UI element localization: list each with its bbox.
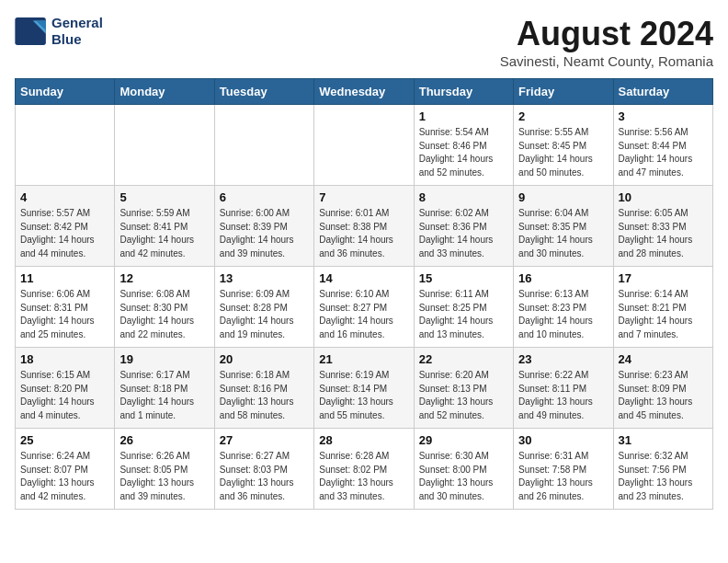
day-detail: Sunrise: 6:17 AM Sunset: 8:18 PM Dayligh… bbox=[119, 369, 209, 422]
calendar-cell: 27Sunrise: 6:27 AM Sunset: 8:03 PM Dayli… bbox=[214, 429, 313, 510]
header-saturday: Saturday bbox=[613, 79, 712, 105]
day-number: 3 bbox=[619, 109, 708, 123]
calendar-cell: 11Sunrise: 6:06 AM Sunset: 8:31 PM Dayli… bbox=[16, 267, 115, 348]
calendar-cell: 19Sunrise: 6:17 AM Sunset: 8:18 PM Dayli… bbox=[115, 348, 214, 429]
calendar-cell: 29Sunrise: 6:30 AM Sunset: 8:00 PM Dayli… bbox=[414, 429, 513, 510]
day-detail: Sunrise: 6:32 AM Sunset: 7:56 PM Dayligh… bbox=[619, 450, 708, 503]
day-number: 14 bbox=[319, 271, 408, 285]
day-detail: Sunrise: 6:19 AM Sunset: 8:14 PM Dayligh… bbox=[319, 369, 408, 422]
day-number: 5 bbox=[119, 190, 209, 204]
day-detail: Sunrise: 6:00 AM Sunset: 8:39 PM Dayligh… bbox=[220, 207, 309, 260]
day-number: 27 bbox=[220, 433, 309, 447]
day-number: 23 bbox=[518, 352, 608, 366]
day-detail: Sunrise: 6:09 AM Sunset: 8:28 PM Dayligh… bbox=[220, 288, 309, 341]
calendar-cell bbox=[314, 105, 414, 186]
calendar-cell: 3Sunrise: 5:56 AM Sunset: 8:44 PM Daylig… bbox=[613, 105, 712, 186]
day-number: 4 bbox=[20, 190, 109, 204]
day-detail: Sunrise: 6:08 AM Sunset: 8:30 PM Dayligh… bbox=[119, 288, 209, 341]
day-number: 19 bbox=[119, 352, 209, 366]
day-number: 1 bbox=[419, 109, 508, 123]
week-row-1: 1Sunrise: 5:54 AM Sunset: 8:46 PM Daylig… bbox=[16, 105, 713, 186]
day-detail: Sunrise: 6:10 AM Sunset: 8:27 PM Dayligh… bbox=[319, 288, 408, 341]
day-number: 30 bbox=[518, 433, 608, 447]
day-number: 28 bbox=[319, 433, 408, 447]
header-wednesday: Wednesday bbox=[314, 79, 414, 105]
week-row-5: 25Sunrise: 6:24 AM Sunset: 8:07 PM Dayli… bbox=[16, 429, 713, 510]
calendar-cell: 31Sunrise: 6:32 AM Sunset: 7:56 PM Dayli… bbox=[613, 429, 712, 510]
day-detail: Sunrise: 6:27 AM Sunset: 8:03 PM Dayligh… bbox=[220, 450, 309, 503]
day-detail: Sunrise: 6:11 AM Sunset: 8:25 PM Dayligh… bbox=[419, 288, 508, 341]
calendar-cell: 15Sunrise: 6:11 AM Sunset: 8:25 PM Dayli… bbox=[414, 267, 513, 348]
day-number: 2 bbox=[518, 109, 608, 123]
header-thursday: Thursday bbox=[414, 79, 513, 105]
day-detail: Sunrise: 6:23 AM Sunset: 8:09 PM Dayligh… bbox=[619, 369, 708, 422]
day-number: 15 bbox=[419, 271, 508, 285]
day-number: 31 bbox=[619, 433, 708, 447]
day-detail: Sunrise: 6:15 AM Sunset: 8:20 PM Dayligh… bbox=[20, 369, 109, 422]
calendar-cell: 14Sunrise: 6:10 AM Sunset: 8:27 PM Dayli… bbox=[314, 267, 414, 348]
week-row-4: 18Sunrise: 6:15 AM Sunset: 8:20 PM Dayli… bbox=[16, 348, 713, 429]
day-number: 7 bbox=[319, 190, 408, 204]
day-number: 11 bbox=[20, 271, 109, 285]
logo: General Blue bbox=[15, 15, 103, 48]
calendar-cell: 6Sunrise: 6:00 AM Sunset: 8:39 PM Daylig… bbox=[214, 186, 313, 267]
calendar-table: SundayMondayTuesdayWednesdayThursdayFrid… bbox=[15, 78, 713, 510]
calendar-cell: 20Sunrise: 6:18 AM Sunset: 8:16 PM Dayli… bbox=[214, 348, 313, 429]
location-subtitle: Savinesti, Neamt County, Romania bbox=[500, 53, 713, 69]
day-number: 22 bbox=[419, 352, 508, 366]
day-number: 20 bbox=[220, 352, 309, 366]
calendar-cell: 26Sunrise: 6:26 AM Sunset: 8:05 PM Dayli… bbox=[115, 429, 214, 510]
weekday-header-row: SundayMondayTuesdayWednesdayThursdayFrid… bbox=[16, 79, 713, 105]
calendar-cell: 2Sunrise: 5:55 AM Sunset: 8:45 PM Daylig… bbox=[514, 105, 613, 186]
day-number: 12 bbox=[119, 271, 209, 285]
calendar-cell: 9Sunrise: 6:04 AM Sunset: 8:35 PM Daylig… bbox=[514, 186, 613, 267]
calendar-cell: 18Sunrise: 6:15 AM Sunset: 8:20 PM Dayli… bbox=[16, 348, 115, 429]
day-detail: Sunrise: 5:57 AM Sunset: 8:42 PM Dayligh… bbox=[20, 207, 109, 260]
calendar-cell: 30Sunrise: 6:31 AM Sunset: 7:58 PM Dayli… bbox=[514, 429, 613, 510]
day-detail: Sunrise: 6:05 AM Sunset: 8:33 PM Dayligh… bbox=[619, 207, 708, 260]
logo-text: General Blue bbox=[51, 15, 103, 48]
day-detail: Sunrise: 6:24 AM Sunset: 8:07 PM Dayligh… bbox=[20, 450, 109, 503]
day-detail: Sunrise: 6:02 AM Sunset: 8:36 PM Dayligh… bbox=[419, 207, 508, 260]
calendar-cell: 10Sunrise: 6:05 AM Sunset: 8:33 PM Dayli… bbox=[613, 186, 712, 267]
month-year-title: August 2024 bbox=[500, 15, 713, 53]
day-detail: Sunrise: 6:22 AM Sunset: 8:11 PM Dayligh… bbox=[518, 369, 608, 422]
day-number: 9 bbox=[518, 190, 608, 204]
calendar-cell: 16Sunrise: 6:13 AM Sunset: 8:23 PM Dayli… bbox=[514, 267, 613, 348]
day-number: 13 bbox=[220, 271, 309, 285]
calendar-cell: 7Sunrise: 6:01 AM Sunset: 8:38 PM Daylig… bbox=[314, 186, 414, 267]
day-number: 25 bbox=[20, 433, 109, 447]
day-number: 21 bbox=[319, 352, 408, 366]
calendar-cell: 13Sunrise: 6:09 AM Sunset: 8:28 PM Dayli… bbox=[214, 267, 313, 348]
week-row-3: 11Sunrise: 6:06 AM Sunset: 8:31 PM Dayli… bbox=[16, 267, 713, 348]
calendar-cell: 23Sunrise: 6:22 AM Sunset: 8:11 PM Dayli… bbox=[514, 348, 613, 429]
day-number: 6 bbox=[220, 190, 309, 204]
calendar-cell bbox=[214, 105, 313, 186]
day-detail: Sunrise: 6:20 AM Sunset: 8:13 PM Dayligh… bbox=[419, 369, 508, 422]
day-detail: Sunrise: 6:04 AM Sunset: 8:35 PM Dayligh… bbox=[518, 207, 608, 260]
day-detail: Sunrise: 5:54 AM Sunset: 8:46 PM Dayligh… bbox=[419, 126, 508, 179]
calendar-cell: 5Sunrise: 5:59 AM Sunset: 8:41 PM Daylig… bbox=[115, 186, 214, 267]
day-detail: Sunrise: 6:28 AM Sunset: 8:02 PM Dayligh… bbox=[319, 450, 408, 503]
day-detail: Sunrise: 6:01 AM Sunset: 8:38 PM Dayligh… bbox=[319, 207, 408, 260]
week-row-2: 4Sunrise: 5:57 AM Sunset: 8:42 PM Daylig… bbox=[16, 186, 713, 267]
day-detail: Sunrise: 6:14 AM Sunset: 8:21 PM Dayligh… bbox=[619, 288, 708, 341]
calendar-cell: 24Sunrise: 6:23 AM Sunset: 8:09 PM Dayli… bbox=[613, 348, 712, 429]
day-detail: Sunrise: 6:30 AM Sunset: 8:00 PM Dayligh… bbox=[419, 450, 508, 503]
logo-icon bbox=[15, 17, 48, 45]
day-number: 29 bbox=[419, 433, 508, 447]
day-detail: Sunrise: 6:26 AM Sunset: 8:05 PM Dayligh… bbox=[119, 450, 209, 503]
day-number: 10 bbox=[619, 190, 708, 204]
calendar-cell: 21Sunrise: 6:19 AM Sunset: 8:14 PM Dayli… bbox=[314, 348, 414, 429]
header-friday: Friday bbox=[514, 79, 613, 105]
header-monday: Monday bbox=[115, 79, 214, 105]
calendar-cell bbox=[115, 105, 214, 186]
day-number: 8 bbox=[419, 190, 508, 204]
calendar-cell: 12Sunrise: 6:08 AM Sunset: 8:30 PM Dayli… bbox=[115, 267, 214, 348]
day-number: 16 bbox=[518, 271, 608, 285]
day-detail: Sunrise: 6:18 AM Sunset: 8:16 PM Dayligh… bbox=[220, 369, 309, 422]
day-number: 17 bbox=[619, 271, 708, 285]
calendar-cell: 1Sunrise: 5:54 AM Sunset: 8:46 PM Daylig… bbox=[414, 105, 513, 186]
calendar-cell: 17Sunrise: 6:14 AM Sunset: 8:21 PM Dayli… bbox=[613, 267, 712, 348]
day-number: 26 bbox=[119, 433, 209, 447]
